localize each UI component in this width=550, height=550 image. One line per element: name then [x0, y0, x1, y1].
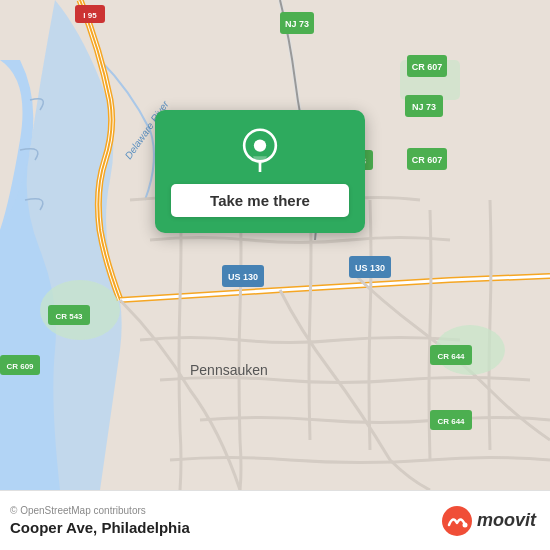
svg-point-31 — [254, 139, 266, 151]
svg-text:CR 607: CR 607 — [412, 62, 443, 72]
svg-text:NJ 73: NJ 73 — [412, 102, 436, 112]
svg-text:CR 609: CR 609 — [6, 362, 34, 371]
svg-text:I 95: I 95 — [83, 11, 97, 20]
moovit-icon — [441, 505, 473, 537]
svg-text:CR 644: CR 644 — [437, 417, 465, 426]
map-background: NJ 73 NJ 73 CR 607 CR 607 US 130 US 130 … — [0, 0, 550, 490]
svg-text:US 130: US 130 — [355, 263, 385, 273]
svg-text:Pennsauken: Pennsauken — [190, 362, 268, 378]
bottom-left-info: © OpenStreetMap contributors Cooper Ave,… — [10, 505, 190, 536]
svg-text:CR 607: CR 607 — [412, 155, 443, 165]
svg-text:CR 543: CR 543 — [55, 312, 83, 321]
svg-text:US 130: US 130 — [228, 272, 258, 282]
bottom-bar: © OpenStreetMap contributors Cooper Ave,… — [0, 490, 550, 550]
moovit-label: moovit — [477, 510, 536, 531]
take-me-there-button[interactable]: Take me there — [171, 184, 349, 217]
copyright-text: © OpenStreetMap contributors — [10, 505, 190, 516]
svg-text:CR 644: CR 644 — [437, 352, 465, 361]
location-pin-icon — [238, 128, 282, 172]
popup-card: Take me there — [155, 110, 365, 233]
svg-text:NJ 73: NJ 73 — [285, 19, 309, 29]
map-container: NJ 73 NJ 73 CR 607 CR 607 US 130 US 130 … — [0, 0, 550, 490]
location-text: Cooper Ave, Philadelphia — [10, 519, 190, 536]
moovit-logo: moovit — [441, 505, 536, 537]
svg-point-33 — [462, 522, 467, 527]
